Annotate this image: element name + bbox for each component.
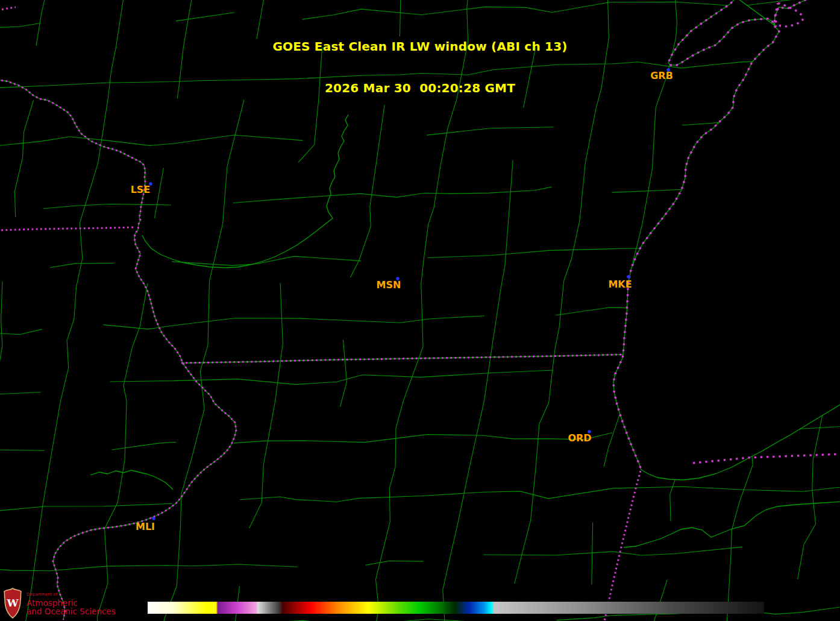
station-label-LSE: LSE [131,184,151,195]
rock-river [90,470,173,490]
aos-logo: W Department of Atmospheric and Oceanic … [2,588,116,619]
illinois-river-tributary [624,502,840,547]
station-label-MSN: MSN [377,279,401,291]
satellite-image-viewport: GRBLSEMSNMKEORDMLI GOES East Clean IR LW… [0,0,840,621]
logo-text: Department of Atmospheric and Oceanic Sc… [27,593,116,616]
border-mississippi-river [0,80,236,620]
station-marker-ORD: ORD [568,430,591,444]
border-mn-ia [0,227,133,230]
logo-name-line1: Atmospheric [27,599,116,608]
station-marker-LSE: LSE [131,182,152,195]
crest-monogram: W [6,597,19,609]
county-boundary-line [0,547,742,571]
county-boundary-line [443,48,536,621]
county-boundary-line [0,486,840,512]
station-label-ORD: ORD [568,432,591,444]
station-dot-MKE [627,275,630,279]
temperature-colorbar [148,602,764,614]
station-marker-MSN: MSN [377,277,401,291]
mississippi-river-shoreline [0,80,236,620]
station-dot-MLI [152,517,155,520]
county-boundary-line [232,48,322,621]
station-marker-MKE: MKE [608,275,632,290]
county-boundary-line [0,121,803,148]
logo-dept-line: Department of [27,593,116,597]
border-top-left-fragment [0,7,16,10]
station-label-MKE: MKE [608,279,632,290]
station-label-MLI: MLI [136,521,155,532]
image-title: GOES East Clean IR LW window (ABI ch 13)… [0,12,840,123]
product-title: GOES East Clean IR LW window (ABI ch 13) [0,40,840,54]
logo-name-line2: and Oceanic Sciences [27,607,116,616]
timestamp: 2026 Mar 30 00:20:28 GMT [0,81,840,95]
uw-crest-icon: W [2,588,23,619]
wisconsin-river [142,115,348,268]
